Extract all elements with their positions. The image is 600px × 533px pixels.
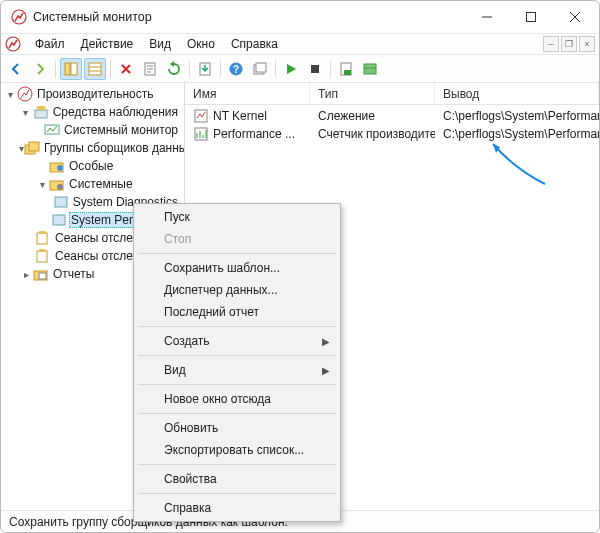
annotation-arrow — [485, 139, 555, 189]
close-button[interactable] — [553, 2, 597, 32]
show-tree-button[interactable] — [60, 58, 82, 80]
svg-rect-26 — [55, 197, 67, 207]
ctx-stop: Стоп — [136, 228, 338, 250]
tree-reports[interactable]: Отчеты — [51, 267, 96, 281]
svg-rect-5 — [89, 63, 101, 75]
tree-collector-groups[interactable]: Группы сборщиков данных — [42, 141, 185, 155]
ctx-help[interactable]: Справка — [136, 497, 338, 519]
svg-rect-4 — [71, 63, 77, 75]
ctx-export-list[interactable]: Экспортировать список... — [136, 439, 338, 461]
menu-window[interactable]: Окно — [179, 35, 223, 53]
tree-root[interactable]: Производительность — [35, 87, 155, 101]
list-row[interactable]: Performance ... Счетчик производите... C… — [185, 125, 599, 143]
menu-view[interactable]: Вид — [141, 35, 179, 53]
stop-button[interactable] — [304, 58, 326, 80]
ctx-view[interactable]: Вид▶ — [136, 359, 338, 381]
svg-rect-27 — [53, 215, 65, 225]
tools-icon — [33, 104, 49, 120]
show-list-button[interactable] — [84, 58, 106, 80]
cell-output: C:\perflogs\System\Performance\DN — [443, 127, 599, 141]
cell-type: Счетчик производите... — [318, 127, 435, 141]
tree-monitoring-tools[interactable]: Средства наблюдения — [51, 105, 180, 119]
menu-file[interactable]: Файл — [27, 35, 73, 53]
export-button[interactable] — [194, 58, 216, 80]
svg-rect-1 — [527, 13, 536, 22]
perfmon-icon — [17, 86, 33, 102]
svg-rect-11 — [256, 63, 266, 72]
svg-rect-14 — [344, 70, 351, 75]
svg-rect-31 — [39, 249, 45, 252]
trace-session-icon — [35, 230, 51, 246]
delete-button[interactable] — [115, 58, 137, 80]
collector-group-icon — [24, 140, 40, 156]
new-window-button[interactable] — [249, 58, 271, 80]
menu-help[interactable]: Справка — [223, 35, 286, 53]
ctx-data-manager[interactable]: Диспетчер данных... — [136, 279, 338, 301]
svg-rect-29 — [39, 231, 45, 234]
svg-rect-33 — [39, 273, 46, 279]
collector-icon — [51, 212, 67, 228]
trace-session-icon — [35, 248, 51, 264]
tree-custom[interactable]: Особые — [67, 159, 115, 173]
svg-rect-15 — [364, 64, 376, 74]
list-body[interactable]: NT Kernel Слежение C:\perflogs\System\Pe… — [185, 105, 599, 143]
expand-icon[interactable]: ▸ — [19, 267, 33, 281]
menu-action[interactable]: Действие — [73, 35, 142, 53]
reports-folder-icon — [33, 266, 49, 282]
mdi-restore-button[interactable]: ❐ — [561, 36, 577, 52]
svg-rect-18 — [37, 106, 45, 110]
svg-rect-30 — [37, 251, 47, 262]
perfmon-icon — [5, 36, 21, 52]
title-bar: Системный монитор — [1, 1, 599, 33]
tree-perf-monitor[interactable]: Системный монитор — [62, 123, 180, 137]
ctx-last-report[interactable]: Последний отчет — [136, 301, 338, 323]
toolbar: ? — [1, 55, 599, 83]
folder-user-icon — [49, 158, 65, 174]
list-header: Имя Тип Вывод — [185, 83, 599, 105]
collapse-icon[interactable]: ▾ — [19, 105, 33, 119]
back-button[interactable] — [5, 58, 27, 80]
collapse-icon[interactable]: ▾ — [35, 177, 49, 191]
ctx-properties[interactable]: Свойства — [136, 468, 338, 490]
svg-rect-28 — [37, 233, 47, 244]
perfmon-icon — [11, 9, 27, 25]
ctx-create[interactable]: Создать▶ — [136, 330, 338, 352]
collector-icon — [53, 194, 69, 210]
cell-name: NT Kernel — [213, 109, 267, 123]
cell-type: Слежение — [318, 109, 375, 123]
save-template-button[interactable] — [335, 58, 357, 80]
window-title: Системный монитор — [33, 10, 465, 24]
submenu-arrow-icon: ▶ — [322, 336, 330, 347]
tree-system[interactable]: Системные — [67, 177, 135, 191]
ctx-new-window[interactable]: Новое окно отсюда — [136, 388, 338, 410]
svg-rect-3 — [65, 63, 70, 75]
svg-rect-21 — [29, 142, 39, 151]
cell-output: C:\perflogs\System\Performance\DN — [443, 109, 599, 123]
mdi-close-button[interactable]: × — [579, 36, 595, 52]
column-type[interactable]: Тип — [310, 83, 435, 104]
collapse-icon[interactable]: ▾ — [3, 87, 17, 101]
list-row[interactable]: NT Kernel Слежение C:\perflogs\System\Pe… — [185, 107, 599, 125]
forward-button[interactable] — [29, 58, 51, 80]
svg-rect-17 — [35, 110, 47, 118]
context-menu: Пуск Стоп Сохранить шаблон... Диспетчер … — [133, 203, 341, 522]
counter-icon — [193, 126, 209, 142]
maximize-button[interactable] — [509, 2, 553, 32]
svg-rect-12 — [311, 65, 319, 73]
start-button[interactable] — [280, 58, 302, 80]
minimize-button[interactable] — [465, 2, 509, 32]
ctx-save-template[interactable]: Сохранить шаблон... — [136, 257, 338, 279]
column-name[interactable]: Имя — [185, 83, 310, 104]
mdi-minimize-button[interactable]: – — [543, 36, 559, 52]
monitor-icon — [44, 122, 60, 138]
properties-button[interactable] — [139, 58, 161, 80]
data-manager-button[interactable] — [359, 58, 381, 80]
ctx-start[interactable]: Пуск — [136, 206, 338, 228]
column-output[interactable]: Вывод — [435, 83, 599, 104]
ctx-refresh[interactable]: Обновить — [136, 417, 338, 439]
folder-gear-icon — [49, 176, 65, 192]
svg-text:?: ? — [233, 64, 239, 75]
help-button[interactable]: ? — [225, 58, 247, 80]
refresh-button[interactable] — [163, 58, 185, 80]
cell-name: Performance ... — [213, 127, 295, 141]
